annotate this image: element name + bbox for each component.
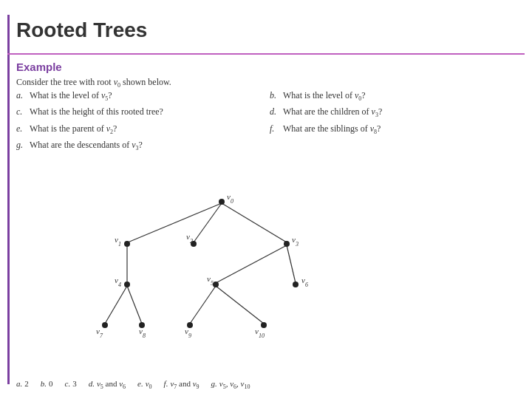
svg-point-12	[124, 241, 130, 247]
svg-point-18	[124, 282, 130, 287]
title-underline	[7, 53, 525, 55]
page: Rooted Trees Example Consider the tree w…	[0, 0, 532, 399]
left-accent-bar	[7, 15, 10, 384]
svg-text:v4: v4	[115, 276, 121, 288]
svg-point-30	[261, 322, 267, 328]
svg-text:v2: v2	[186, 232, 193, 245]
svg-text:v5: v5	[207, 274, 214, 287]
svg-point-24	[102, 322, 108, 328]
answer-d: d. v5 and v6	[89, 379, 126, 390]
question-b: b. What is the level of v0?	[270, 90, 516, 102]
answer-e: e. v0	[137, 379, 152, 390]
svg-text:v3: v3	[292, 235, 299, 248]
svg-point-10	[219, 199, 225, 205]
svg-point-20	[213, 282, 219, 287]
svg-text:v0: v0	[227, 192, 233, 205]
question-a: a. What is the level of v5?	[16, 90, 262, 102]
svg-point-22	[293, 282, 299, 287]
svg-point-16	[284, 241, 290, 247]
question-c: c. What is the height of this rooted tre…	[16, 106, 262, 118]
question-e: e. What is the parent of v2?	[16, 123, 262, 135]
tree-svg: v0 v1 v2 v3 v4 v5 v6 v7 v8	[44, 185, 399, 340]
svg-text:v6: v6	[301, 276, 308, 288]
svg-text:v7: v7	[96, 327, 103, 339]
svg-line-4	[216, 245, 287, 283]
tree-diagram: v0 v1 v2 v3 v4 v5 v6 v7 v8	[44, 185, 399, 340]
answer-f: f. v7 and v9	[164, 379, 200, 390]
answer-g: g. v5, v6, v10	[211, 379, 250, 390]
answers-area: a. 2 b. 0 c. 3 d. v5 and v6 e. v0 f. v7 …	[16, 379, 516, 390]
section-label: Example	[16, 61, 62, 73]
svg-line-7	[127, 286, 142, 324]
svg-line-2	[222, 203, 287, 242]
question-g: g. What are the descendants of v3?	[16, 140, 516, 151]
svg-text:v9: v9	[185, 327, 191, 339]
question-d: d. What are the children of v3?	[270, 106, 516, 118]
answer-a: a. 2	[16, 379, 29, 390]
page-title: Rooted Trees	[16, 18, 147, 42]
svg-text:v10: v10	[255, 327, 265, 339]
svg-text:v1: v1	[115, 235, 121, 248]
question-f: f. What are the siblings of v8?	[270, 123, 516, 135]
answer-b: b. 0	[41, 379, 53, 390]
svg-line-8	[190, 286, 216, 324]
svg-line-9	[216, 286, 264, 324]
svg-text:v8: v8	[139, 327, 146, 339]
answer-c: c. 3	[65, 379, 77, 390]
svg-line-5	[287, 245, 296, 283]
questions-area: a. What is the level of v5? b. What is t…	[16, 90, 516, 152]
intro-text: Consider the tree with root v0 shown bel…	[16, 77, 171, 89]
svg-line-6	[105, 286, 127, 324]
